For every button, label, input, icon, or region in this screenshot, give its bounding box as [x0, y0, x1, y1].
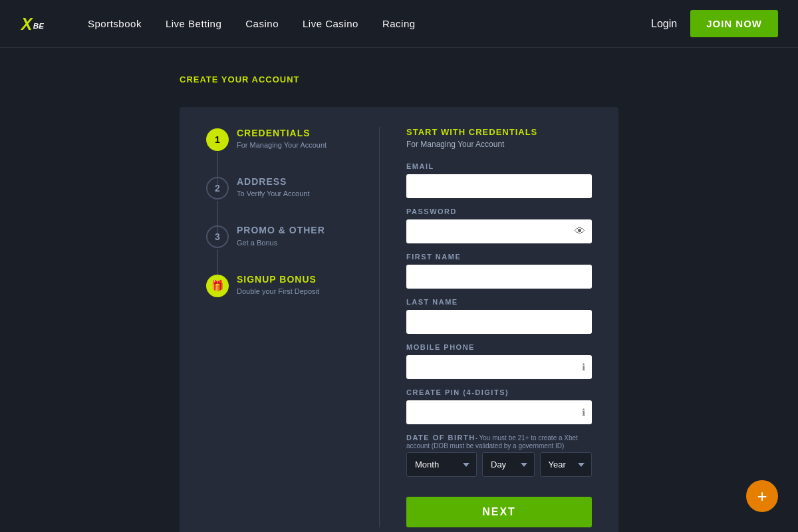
svg-text:X: X	[20, 15, 34, 33]
fab-button[interactable]: +	[746, 480, 778, 512]
create-pin-input[interactable]	[406, 400, 592, 424]
email-label: EMAIL	[406, 162, 592, 170]
mobile-phone-info-icon[interactable]: ℹ	[582, 362, 585, 372]
first-name-input[interactable]	[406, 265, 592, 289]
dob-selects: Month JanuaryFebruaryMarch AprilMayJune …	[406, 452, 592, 477]
step-2-label: ADDRESS	[237, 176, 309, 188]
credentials-title: START WITH CREDENTIALS	[406, 127, 592, 137]
create-pin-group: CREATE PIN (4-DIGITS) ℹ	[406, 388, 592, 424]
first-name-label: FIRST NAME	[406, 253, 592, 261]
header: X BET Sportsbook Live Betting Casino Liv…	[0, 0, 798, 48]
password-group: PASSWORD 👁	[406, 207, 592, 243]
credentials-subtitle: For Managing Your Account	[406, 140, 592, 149]
create-pin-label: CREATE PIN (4-DIGITS)	[406, 388, 592, 396]
email-group: EMAIL	[406, 162, 592, 198]
page-title-area: CREATE YOUR ACCOUNT	[180, 61, 618, 107]
step-2-number: 2	[206, 177, 229, 200]
step-2: 2 ADDRESS To Verify Your Account	[206, 176, 352, 224]
password-toggle-icon[interactable]: 👁	[575, 225, 585, 237]
mobile-phone-label: MOBILE PHONE	[406, 343, 592, 351]
step-2-sublabel: To Verify Your Account	[237, 190, 309, 198]
dob-day-select[interactable]: Day 12345	[482, 452, 535, 477]
steps-panel: 1 CREDENTIALS For Managing Your Account …	[206, 127, 352, 527]
step-1-content: CREDENTIALS For Managing Your Account	[237, 127, 327, 176]
nav-live-betting[interactable]: Live Betting	[166, 18, 221, 29]
create-pin-info-icon[interactable]: ℹ	[582, 407, 585, 418]
step-1-sublabel: For Managing Your Account	[237, 141, 327, 149]
last-name-label: LAST NAME	[406, 298, 592, 306]
dob-month-select[interactable]: Month JanuaryFebruaryMarch AprilMayJune …	[406, 452, 477, 477]
create-pin-input-wrapper: ℹ	[406, 400, 592, 424]
nav-live-casino[interactable]: Live Casino	[303, 18, 358, 29]
step-3-label: PROMO & OTHER	[237, 224, 325, 236]
step-3-sublabel: Get a Bonus	[237, 239, 325, 247]
password-input-wrapper: 👁	[406, 219, 592, 243]
password-input[interactable]	[406, 219, 592, 243]
main-content: CREATE YOUR ACCOUNT 1 CREDENTIALS For Ma…	[0, 48, 798, 532]
step-3-number: 3	[206, 225, 229, 248]
logo-icon: X BET	[20, 12, 44, 36]
svg-text:BET: BET	[33, 21, 44, 30]
nav-sportsbook[interactable]: Sportsbook	[88, 18, 142, 29]
logo: X BET	[20, 12, 48, 36]
login-button[interactable]: Login	[651, 18, 677, 30]
header-right: Login JOIN NOW	[651, 10, 778, 37]
nav-racing[interactable]: Racing	[382, 18, 416, 29]
main-nav: Sportsbook Live Betting Casino Live Casi…	[88, 18, 651, 29]
step-bonus-label: SIGNUP BONUS	[237, 273, 319, 285]
email-input[interactable]	[406, 174, 592, 198]
step-1: 1 CREDENTIALS For Managing Your Account	[206, 127, 352, 176]
step-3-content: PROMO & OTHER Get a Bonus	[237, 224, 325, 273]
mobile-phone-group: MOBILE PHONE ℹ	[406, 343, 592, 379]
dob-year-select[interactable]: Year 2003200220012000	[540, 452, 593, 477]
dob-label: DATE OF BIRTH- You must be 21+ to create…	[406, 434, 592, 450]
step-bonus-sublabel: Double your First Deposit	[237, 287, 319, 295]
step-bonus-number: 🎁	[206, 275, 229, 297]
dob-group: DATE OF BIRTH- You must be 21+ to create…	[406, 434, 592, 477]
step-2-content: ADDRESS To Verify Your Account	[237, 176, 309, 224]
mobile-phone-input[interactable]	[406, 355, 592, 379]
panel-divider	[379, 127, 380, 527]
page-title: CREATE YOUR ACCOUNT	[180, 74, 618, 84]
last-name-input[interactable]	[406, 310, 592, 334]
step-3: 3 PROMO & OTHER Get a Bonus	[206, 224, 352, 273]
credentials-panel: START WITH CREDENTIALS For Managing Your…	[406, 127, 592, 527]
step-bonus: 🎁 SIGNUP BONUS Double your First Deposit	[206, 273, 352, 297]
step-1-label: CREDENTIALS	[237, 127, 327, 139]
join-now-button[interactable]: JOIN NOW	[690, 10, 778, 37]
nav-casino[interactable]: Casino	[245, 18, 279, 29]
step-bonus-content: SIGNUP BONUS Double your First Deposit	[237, 273, 319, 295]
step-1-number: 1	[206, 128, 229, 151]
last-name-group: LAST NAME	[406, 298, 592, 334]
form-container: 1 CREDENTIALS For Managing Your Account …	[180, 107, 618, 532]
mobile-phone-input-wrapper: ℹ	[406, 355, 592, 379]
first-name-group: FIRST NAME	[406, 253, 592, 289]
password-label: PASSWORD	[406, 207, 592, 215]
form-wrapper: CREATE YOUR ACCOUNT 1 CREDENTIALS For Ma…	[180, 61, 618, 532]
next-button[interactable]: NEXT	[406, 497, 592, 527]
